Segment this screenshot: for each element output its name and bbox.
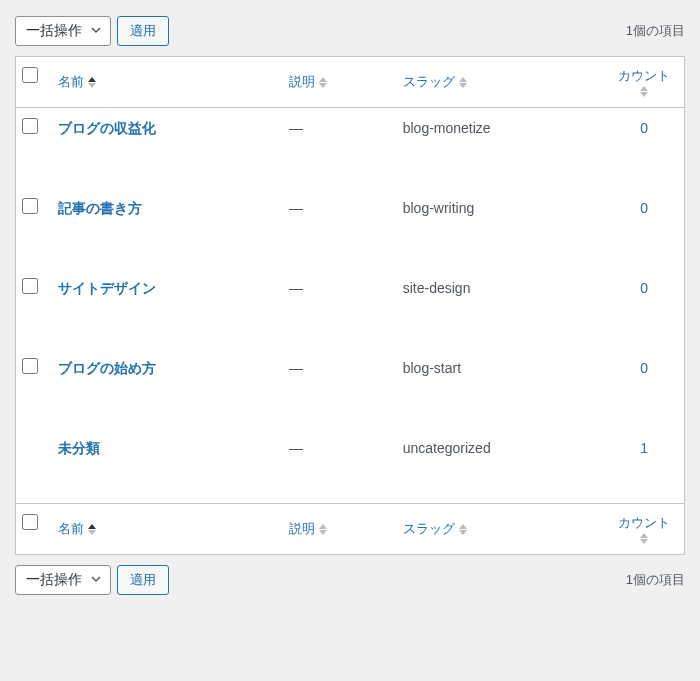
bulk-action-label: 一括操作 (26, 22, 82, 40)
category-count-link[interactable]: 0 (640, 360, 648, 376)
category-desc: — (289, 200, 303, 216)
select-all-footer (16, 504, 48, 555)
categories-table: 名前 説明 スラッグ (15, 56, 685, 555)
sort-icon (640, 533, 648, 544)
sort-icon (88, 524, 96, 535)
column-header-desc[interactable]: 説明 (279, 57, 393, 108)
sort-icon (640, 86, 648, 97)
sort-icon (88, 77, 96, 88)
column-desc-label: 説明 (289, 73, 315, 91)
row-checkbox[interactable] (22, 278, 38, 294)
column-header-count[interactable]: カウント (605, 57, 685, 108)
bulk-action-select[interactable]: 一括操作 (15, 16, 111, 46)
column-name-label: 名前 (58, 520, 84, 538)
column-slug-label: スラッグ (403, 73, 455, 91)
category-name-link[interactable]: ブログの始め方 (58, 360, 156, 376)
tablenav-top: 一括操作 適用 1個の項目 (15, 10, 685, 52)
category-count-link[interactable]: 0 (640, 200, 648, 216)
row-checkbox[interactable] (22, 198, 38, 214)
sort-icon (319, 77, 327, 88)
bulk-actions-bottom: 一括操作 適用 (15, 565, 169, 595)
category-count-link[interactable]: 0 (640, 280, 648, 296)
chevron-down-icon (90, 572, 102, 588)
bulk-action-select-bottom[interactable]: 一括操作 (15, 565, 111, 595)
category-slug: blog-writing (403, 200, 475, 216)
table-row: ブログの始め方 — blog-start 0 (16, 348, 685, 428)
apply-button-label: 適用 (130, 22, 156, 40)
category-desc: — (289, 440, 303, 456)
apply-button-bottom[interactable]: 適用 (117, 565, 169, 595)
select-all-header (16, 57, 48, 108)
column-footer-count[interactable]: カウント (605, 504, 685, 555)
column-footer-name[interactable]: 名前 (48, 504, 279, 555)
item-count-bottom: 1個の項目 (626, 571, 685, 589)
category-name-link[interactable]: 未分類 (58, 440, 100, 456)
category-desc: — (289, 360, 303, 376)
category-name-link[interactable]: 記事の書き方 (58, 200, 142, 216)
select-all-checkbox-top[interactable] (22, 67, 38, 83)
column-header-slug[interactable]: スラッグ (393, 57, 605, 108)
sort-icon (319, 524, 327, 535)
column-desc-label: 説明 (289, 520, 315, 538)
category-slug: uncategorized (403, 440, 491, 456)
sort-icon (459, 524, 467, 535)
table-row: サイトデザイン — site-design 0 (16, 268, 685, 348)
apply-button-label: 適用 (130, 571, 156, 589)
table-body: ブログの収益化 — blog-monetize 0 記事の書き方 — blog-… (16, 108, 685, 504)
column-count-label: カウント (618, 67, 670, 85)
column-count-label: カウント (618, 514, 670, 532)
tablenav-bottom: 一括操作 適用 1個の項目 (15, 559, 685, 601)
sort-icon (459, 77, 467, 88)
apply-button[interactable]: 適用 (117, 16, 169, 46)
row-checkbox[interactable] (22, 118, 38, 134)
category-count-link[interactable]: 1 (640, 440, 648, 456)
category-count-link[interactable]: 0 (640, 120, 648, 136)
row-checkbox[interactable] (22, 358, 38, 374)
table-row: ブログの収益化 — blog-monetize 0 (16, 108, 685, 189)
category-slug: blog-monetize (403, 120, 491, 136)
column-footer-slug[interactable]: スラッグ (393, 504, 605, 555)
category-desc: — (289, 280, 303, 296)
column-header-name[interactable]: 名前 (48, 57, 279, 108)
bulk-actions: 一括操作 適用 (15, 16, 169, 46)
table-row: 未分類 — uncategorized 1 (16, 428, 685, 504)
chevron-down-icon (90, 23, 102, 39)
category-desc: — (289, 120, 303, 136)
category-name-link[interactable]: ブログの収益化 (58, 120, 156, 136)
select-all-checkbox-bottom[interactable] (22, 514, 38, 530)
item-count-top: 1個の項目 (626, 22, 685, 40)
table-row: 記事の書き方 — blog-writing 0 (16, 188, 685, 268)
column-name-label: 名前 (58, 73, 84, 91)
category-name-link[interactable]: サイトデザイン (58, 280, 156, 296)
category-slug: site-design (403, 280, 471, 296)
column-slug-label: スラッグ (403, 520, 455, 538)
column-footer-desc[interactable]: 説明 (279, 504, 393, 555)
bulk-action-label: 一括操作 (26, 571, 82, 589)
category-slug: blog-start (403, 360, 461, 376)
